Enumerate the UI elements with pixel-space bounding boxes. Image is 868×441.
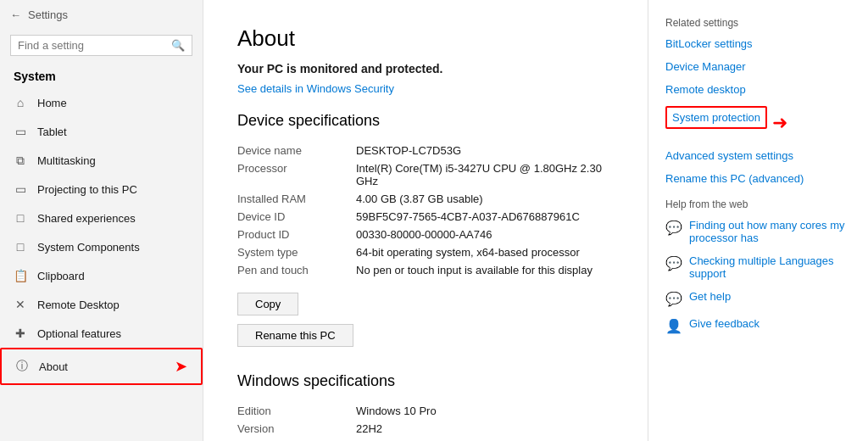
spec-label: Installed on — [237, 438, 356, 441]
table-row: Pen and touchNo pen or touch input is av… — [237, 261, 614, 279]
about-arrow-indicator: ➤ — [175, 357, 187, 376]
help-item-languages: 💬Checking multiple Languages support — [665, 254, 851, 280]
shared-icon: □ — [14, 211, 27, 225]
sidebar-item-label: Multitasking — [37, 154, 96, 167]
sidebar-item-multitasking[interactable]: ⧉ Multitasking — [0, 146, 203, 175]
help-item-cores: 💬Finding out how many cores my processor… — [665, 219, 851, 244]
related-link-advanced-system[interactable]: Advanced system settings — [665, 149, 793, 162]
sidebar-item-label: Optional features — [37, 327, 121, 340]
copy-button[interactable]: Copy — [237, 293, 298, 315]
sidebar-item-label: Tablet — [37, 126, 67, 138]
sidebar-item-label: Projecting to this PC — [37, 183, 137, 196]
table-row: Installed RAM4.00 GB (3.87 GB usable) — [237, 190, 614, 208]
table-row: Device nameDESKTOP-LC7D53G — [237, 142, 614, 159]
spec-label: Installed RAM — [237, 190, 356, 208]
sidebar-item-home[interactable]: ⌂ Home — [0, 88, 203, 117]
sidebar: ← Settings 🔍 System ⌂ Home ▭ Tablet ⧉ Mu… — [0, 0, 203, 441]
security-link[interactable]: See details in Windows Security — [237, 82, 614, 95]
sidebar-item-label: Home — [37, 97, 67, 109]
table-row: Product ID00330-80000-00000-AA746 — [237, 226, 614, 243]
related-settings-title: Related settings — [665, 17, 851, 29]
rename-button[interactable]: Rename this PC — [237, 324, 353, 347]
sidebar-item-label: Remote Desktop — [37, 299, 120, 311]
spec-label: Version — [237, 420, 356, 438]
table-row: Device ID59BF5C97-7565-4CB7-A037-AD67688… — [237, 208, 614, 226]
spec-value: 4.00 GB (3.87 GB usable) — [356, 190, 614, 208]
related-link-remote-desktop[interactable]: Remote desktop — [665, 83, 746, 96]
related-link-bitlocker[interactable]: BitLocker settings — [665, 37, 753, 50]
sidebar-item-label: System Components — [37, 241, 140, 254]
windows-specs-table: EditionWindows 10 ProVersion22H2Installe… — [237, 402, 614, 441]
spec-value: 59BF5C97-7565-4CB7-A037-AD676887961C — [356, 208, 614, 226]
remote-icon: ✕ — [14, 298, 27, 311]
system-section-label: System — [0, 64, 203, 88]
back-button[interactable]: ← Settings — [0, 0, 203, 30]
table-row: Installed on11/13/2022 — [237, 438, 614, 441]
table-row: System type64-bit operating system, x64-… — [237, 243, 614, 261]
components-icon: □ — [14, 240, 27, 254]
optional-icon: ✚ — [14, 327, 27, 340]
help-link-languages[interactable]: Checking multiple Languages support — [689, 254, 851, 280]
related-link-device-manager[interactable]: Device Manager — [665, 60, 746, 73]
help-icon: 💬 — [665, 255, 682, 271]
help-icon: 💬 — [665, 220, 682, 236]
sidebar-item-remote[interactable]: ✕ Remote Desktop — [0, 290, 203, 319]
spec-label: Edition — [237, 402, 356, 420]
multitasking-icon: ⧉ — [14, 154, 27, 167]
search-input[interactable] — [18, 39, 171, 52]
clipboard-icon: 📋 — [14, 269, 27, 282]
sidebar-item-shared[interactable]: □ Shared experiences — [0, 204, 203, 232]
spec-value: 00330-80000-00000-AA746 — [356, 226, 614, 243]
monitored-text: Your PC is monitored and protected. — [237, 62, 614, 75]
spec-label: Pen and touch — [237, 261, 356, 279]
sidebar-item-tablet[interactable]: ▭ Tablet — [0, 117, 203, 146]
spec-value: 64-bit operating system, x64-based proce… — [356, 243, 614, 261]
tablet-icon: ▭ — [14, 125, 27, 138]
spec-value: Intel(R) Core(TM) i5-3427U CPU @ 1.80GHz… — [356, 159, 614, 190]
search-box: 🔍 — [10, 35, 192, 56]
give-feedback-link[interactable]: Give feedback — [689, 317, 760, 330]
back-icon: ← — [10, 8, 21, 21]
sidebar-item-label: About — [39, 360, 68, 373]
help-title: Help from the web — [665, 198, 851, 210]
give-feedback-item: 👤 Give feedback — [665, 317, 851, 334]
main-content: About Your PC is monitored and protected… — [203, 0, 648, 441]
spec-label: System type — [237, 243, 356, 261]
settings-back-label: Settings — [28, 8, 68, 21]
sidebar-item-optional[interactable]: ✚ Optional features — [0, 319, 203, 348]
projecting-icon: ▭ — [14, 182, 27, 196]
related-link-rename-pc[interactable]: Rename this PC (advanced) — [665, 172, 804, 185]
get-help-item: 💬 Get help — [665, 290, 851, 307]
related-link-system-protection[interactable]: System protection — [665, 106, 767, 129]
device-section-title: Device specifications — [237, 112, 614, 130]
table-row: Version22H2 — [237, 420, 614, 438]
get-help-icon: 💬 — [665, 291, 682, 307]
spec-label: Device ID — [237, 208, 356, 226]
right-panel: Related settings BitLocker settingsDevic… — [648, 0, 868, 441]
sidebar-item-components[interactable]: □ System Components — [0, 232, 203, 261]
home-icon: ⌂ — [14, 96, 27, 109]
spec-value: 22H2 — [356, 420, 614, 438]
sidebar-item-label: Shared experiences — [37, 212, 136, 225]
sidebar-item-projecting[interactable]: ▭ Projecting to this PC — [0, 175, 203, 204]
get-help-link[interactable]: Get help — [689, 290, 731, 303]
spec-label: Device name — [237, 142, 356, 159]
sidebar-item-about[interactable]: ⓘ About ➤ — [0, 348, 203, 385]
page-title: About — [237, 25, 614, 52]
help-link-cores[interactable]: Finding out how many cores my processor … — [689, 219, 851, 244]
windows-section-title: Windows specifications — [237, 372, 614, 390]
device-specs-table: Device nameDESKTOP-LC7D53GProcessorIntel… — [237, 142, 614, 279]
about-icon: ⓘ — [15, 360, 29, 373]
system-protection-arrow: ➜ — [772, 112, 787, 134]
spec-value: No pen or touch input is available for t… — [356, 261, 614, 279]
spec-label: Product ID — [237, 226, 356, 243]
sidebar-item-label: Clipboard — [37, 270, 85, 282]
spec-value: Windows 10 Pro — [356, 402, 614, 420]
give-feedback-icon: 👤 — [665, 318, 682, 334]
table-row: ProcessorIntel(R) Core(TM) i5-3427U CPU … — [237, 159, 614, 190]
spec-label: Processor — [237, 159, 356, 190]
sidebar-item-clipboard[interactable]: 📋 Clipboard — [0, 261, 203, 290]
search-icon: 🔍 — [171, 39, 185, 52]
table-row: EditionWindows 10 Pro — [237, 402, 614, 420]
spec-value: DESKTOP-LC7D53G — [356, 142, 614, 159]
